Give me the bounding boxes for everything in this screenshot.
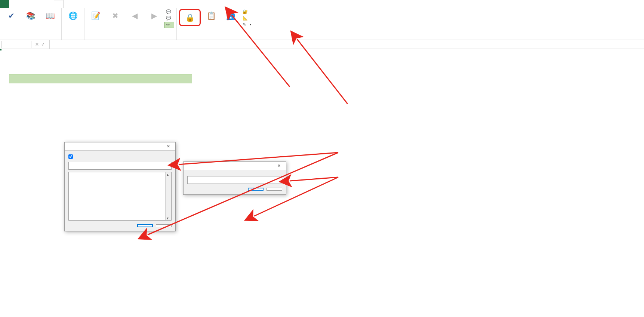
delete-comment-icon: ✖ <box>109 10 121 22</box>
tab-file[interactable] <box>0 0 9 8</box>
protect-and-share-button[interactable]: 🔐 <box>241 9 253 15</box>
protect-contents-checkbox[interactable] <box>68 154 172 159</box>
dialog1-ok-button[interactable] <box>137 224 153 227</box>
allow-ranges-icon: 📐 <box>243 16 248 21</box>
dialog2-ok-button[interactable] <box>248 188 264 191</box>
share-workbook-button[interactable]: 👥 <box>222 9 240 22</box>
delete-comment-button: ✖ <box>106 9 124 22</box>
group-proofing: ✔ 📚 📖 <box>0 8 62 40</box>
tab-data[interactable] <box>45 0 54 8</box>
new-comment-icon: 📝 <box>90 10 102 22</box>
ink-icon: ✏ <box>166 22 170 27</box>
show-hide-comment-button: 💬 <box>164 9 174 15</box>
svg-line-4 <box>290 177 338 181</box>
protect-share-icon: 🔐 <box>243 9 248 14</box>
protect-sheet-dialog: ✕ <box>64 142 176 231</box>
protect-sheet-highlight: 🔒 <box>179 9 201 26</box>
formula-input[interactable] <box>50 41 644 48</box>
chevron-down-icon: ▾ <box>250 23 251 26</box>
spelling-icon: ✔ <box>5 10 17 22</box>
confirm-password-dialog: ✕ <box>183 161 286 195</box>
tab-insert[interactable] <box>18 0 27 8</box>
group-language: 🌐 <box>62 8 84 40</box>
password-input[interactable] <box>68 162 172 170</box>
dialog2-cancel-button[interactable] <box>266 188 282 191</box>
dialog2-titlebar[interactable]: ✕ <box>184 162 286 170</box>
dialog1-titlebar[interactable]: ✕ <box>65 142 175 151</box>
thesaurus-icon: 📖 <box>44 10 56 22</box>
tab-formulas[interactable] <box>36 0 45 8</box>
group-changes: 🔒 📋 👥 🔐 📐 ✎▾ <box>177 8 255 40</box>
tab-review[interactable] <box>54 0 64 8</box>
protect-workbook-button[interactable]: 📋 <box>202 9 220 22</box>
group-comments-label <box>87 37 174 39</box>
prev-comment-icon: ◀ <box>129 10 141 22</box>
prev-comment-button: ◀ <box>126 9 144 22</box>
thesaurus-button[interactable]: 📖 <box>41 9 59 22</box>
tab-view[interactable] <box>64 0 73 8</box>
next-comment-icon: ▶ <box>148 10 160 22</box>
dialog2-close-icon[interactable]: ✕ <box>274 163 284 168</box>
track-changes-icon: ✎ <box>243 22 246 27</box>
cancel-formula-icon[interactable]: ✕ <box>35 42 39 47</box>
tab-home[interactable] <box>9 0 18 8</box>
cell-subtitle-text <box>9 74 192 83</box>
translate-button[interactable]: 🌐 <box>64 9 82 22</box>
show-all-comments-button[interactable]: 💬 <box>164 15 174 21</box>
ribbon: ✔ 📚 📖 🌐 📝 ✖ ◀ ▶ 💬 💬 ✏ 🔒 <box>0 8 644 40</box>
dialog1-close-icon[interactable]: ✕ <box>164 144 173 149</box>
new-comment-button[interactable]: 📝 <box>87 9 105 22</box>
dialog1-cancel-button[interactable] <box>156 224 172 227</box>
share-workbook-icon: 👥 <box>225 10 237 22</box>
selection-box <box>0 49 1 50</box>
protect-sheet-icon: 🔒 <box>184 12 196 24</box>
formula-bar: ✕ ✓ <box>0 40 644 49</box>
track-changes-button[interactable]: ✎▾ <box>241 22 253 27</box>
tab-page-layout[interactable] <box>27 0 36 8</box>
confirm-password-input[interactable] <box>187 176 282 184</box>
show-ink-button[interactable]: ✏ <box>164 22 174 28</box>
research-button[interactable]: 📚 <box>22 9 40 22</box>
name-box[interactable] <box>1 41 31 48</box>
protect-workbook-icon: 📋 <box>205 10 217 22</box>
research-icon: 📚 <box>25 10 37 22</box>
comments-icon: 💬 <box>166 16 171 21</box>
group-language-label <box>64 37 82 39</box>
group-comments: 📝 ✖ ◀ ▶ 💬 💬 ✏ <box>84 8 177 40</box>
enter-formula-icon[interactable]: ✓ <box>41 42 45 47</box>
protect-sheet-button[interactable]: 🔒 <box>181 11 199 24</box>
ribbon-tabs <box>0 0 644 8</box>
permissions-list[interactable] <box>68 172 172 221</box>
translate-icon: 🌐 <box>67 10 79 22</box>
group-proofing-label <box>2 37 59 39</box>
group-changes-label <box>179 37 253 39</box>
next-comment-button: ▶ <box>145 9 163 22</box>
comment-icon: 💬 <box>166 9 171 14</box>
spelling-button[interactable]: ✔ <box>2 9 20 22</box>
allow-edit-ranges-button[interactable]: 📐 <box>241 15 253 21</box>
permissions-scrollbar[interactable] <box>165 172 171 220</box>
